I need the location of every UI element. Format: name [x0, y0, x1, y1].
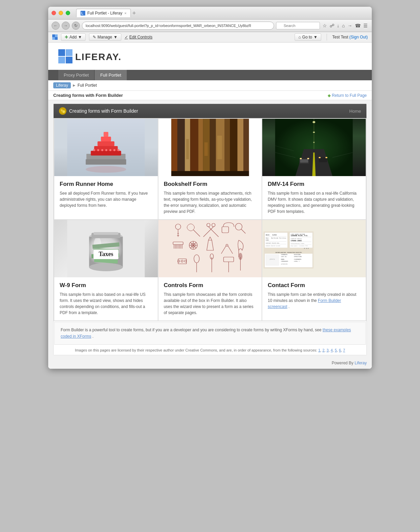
card-image-bookshelf: [158, 119, 262, 176]
svg-point-60: [307, 158, 309, 159]
card-form-runner: Form Runner Home See all deployed Form R…: [54, 119, 158, 219]
svg-rect-19: [97, 141, 114, 146]
close-button[interactable]: [52, 11, 56, 15]
svg-text:CLEARANCE:: CLEARANCE:: [294, 258, 302, 260]
svg-rect-8: [58, 57, 65, 63]
svg-rect-15: [86, 159, 126, 165]
svg-point-12: [62, 110, 65, 113]
card-controls: Controls Form This sample form showcases…: [158, 220, 262, 320]
fb-section: Creating forms with Form Builder Home: [53, 104, 367, 355]
svg-point-63: [326, 157, 328, 158]
card-w9: Taxes W-9 Form This sample form is also …: [54, 220, 158, 320]
manage-icon: ✎: [93, 35, 96, 39]
add-button[interactable]: ✚ Add ▼: [61, 33, 86, 41]
breadcrumb-home[interactable]: Liferay: [53, 82, 71, 88]
url-text: localhost:9090/web/guest/full-portlet?p_…: [86, 24, 251, 28]
download-icon[interactable]: ↓: [336, 22, 340, 29]
card-title-dmv: DMV-14 Form: [268, 181, 360, 188]
liferay-logo: LIFERAY.: [58, 49, 362, 65]
cards-grid: Form Runner Home See all deployed Form R…: [54, 118, 366, 321]
share-icon[interactable]: →: [347, 22, 353, 29]
reader-icon[interactable]: ☍: [329, 22, 335, 29]
full-portlet-tab[interactable]: Full Portlet: [95, 70, 126, 80]
credit-link-7[interactable]: 7: [343, 348, 345, 352]
svg-text:OPERATIONS: OPERATIONS: [294, 256, 302, 257]
svg-point-11: [61, 109, 63, 111]
svg-text:CYRANO JONES: CYRANO JONES: [291, 240, 302, 242]
manage-button[interactable]: ✎ Manage ▼: [89, 33, 121, 41]
edit-controls-button[interactable]: ✓ Edit Controls: [125, 35, 153, 39]
manage-dropdown-icon: ▼: [114, 35, 118, 39]
url-bar[interactable]: localhost:9090/web/guest/full-portlet?p_…: [82, 22, 274, 30]
card-text-contact: This sample form can be entirely created…: [268, 291, 360, 310]
svg-text:AUTHORIZED: AUTHORIZED: [281, 263, 288, 265]
browser-tab[interactable]: L Full Portlet - Liferay ×: [76, 9, 131, 17]
svg-rect-5: [55, 37, 58, 40]
svg-point-59: [300, 158, 302, 159]
svg-text:deep space · stardate 5743: deep space · stardate 5743: [291, 245, 308, 247]
svg-rect-4: [52, 37, 55, 40]
tab-close-button[interactable]: ×: [124, 11, 126, 15]
logo-icon: [58, 49, 72, 65]
user-info: Test Test (Sign Out): [332, 35, 368, 39]
svg-point-52: [313, 132, 315, 133]
home-small-icon: ⌂: [298, 35, 301, 39]
svg-point-29: [86, 166, 126, 173]
svg-point-13: [61, 111, 62, 113]
liferay-small-logo: [52, 34, 58, 40]
page-content: LIFERAY. Proxy Portlet Full Portlet Life…: [48, 43, 372, 369]
refresh-button[interactable]: ↻: [72, 22, 80, 30]
svg-rect-9: [66, 57, 72, 63]
card-title-form-runner: Form Runner Home: [60, 181, 152, 188]
browser-window: L Full Portlet - Liferay × + ← → ↻ local…: [48, 7, 372, 369]
logo-text: LIFERAY.: [75, 52, 122, 62]
forward-button[interactable]: →: [62, 22, 70, 30]
card-title-w9: W-9 Form: [60, 282, 152, 289]
browser-search-input[interactable]: [276, 22, 320, 29]
back-button[interactable]: ←: [52, 22, 60, 30]
breadcrumb-separator: ►: [72, 83, 76, 88]
home-icon[interactable]: ⌂: [341, 22, 346, 29]
svg-text:photo: photo: [270, 258, 275, 260]
svg-rect-47: [171, 119, 249, 176]
menu-icon[interactable]: ☰: [363, 22, 368, 29]
card-text-form-runner: See all deployed Form Runner forms. If y…: [60, 190, 152, 208]
maximize-button[interactable]: [66, 11, 70, 15]
card-body-w9: W-9 Form This sample form is also based …: [54, 277, 158, 320]
bookmark-icon[interactable]: ☆: [322, 22, 328, 29]
signout-link[interactable]: (Sign Out): [349, 35, 368, 39]
svg-text:KANG: KANG: [266, 239, 269, 241]
svg-text:L: L: [81, 11, 83, 15]
proxy-portlet-tab[interactable]: Proxy Portlet: [58, 70, 94, 80]
fb-home-link[interactable]: Home: [349, 109, 361, 114]
liferay-link[interactable]: Liferay: [355, 361, 367, 365]
article-title: Creating forms with Form Builder: [53, 93, 123, 98]
minimize-button[interactable]: [59, 11, 63, 15]
return-link[interactable]: ◆ Return to Full Page: [328, 93, 367, 98]
svg-point-22: [93, 149, 95, 151]
svg-point-70: [89, 263, 123, 271]
svg-rect-61: [319, 158, 327, 162]
new-tab-button[interactable]: +: [132, 10, 136, 16]
card-title-bookshelf: Bookshelf Form: [164, 181, 257, 188]
fb-section-title: Creating forms with Form Builder: [59, 107, 138, 115]
add-dropdown-icon: ▼: [78, 35, 82, 39]
chat-icon[interactable]: ☎: [354, 22, 361, 29]
svg-rect-3: [55, 34, 58, 37]
svg-point-28: [117, 149, 119, 151]
liferay-header: LIFERAY.: [48, 43, 372, 70]
svg-rect-58: [300, 159, 308, 163]
tab-bar: L Full Portlet - Liferay × +: [76, 9, 368, 17]
svg-text:COMMANDER: COMMANDER: [281, 260, 289, 262]
tab-favicon: L: [81, 11, 85, 16]
browser-navbar: ← → ↻ localhost:9090/web/guest/full-port…: [48, 20, 372, 32]
svg-text:STARDATE:: STARDATE:: [281, 254, 288, 255]
image-credits: Images on this pages are licensed by the…: [54, 345, 366, 355]
breadcrumb: Liferay ► Full Portlet: [48, 80, 372, 91]
svg-text:★ ★ ★: ★ ★ ★: [304, 247, 309, 249]
card-title-contact: Contact Form: [268, 282, 360, 289]
card-title-controls: Controls Form: [164, 282, 257, 289]
card-text-bookshelf: This sample form shows image attachments…: [164, 190, 257, 215]
goto-button[interactable]: ⌂ Go to ▼: [295, 33, 321, 41]
card-image-w9: Taxes: [54, 220, 158, 277]
